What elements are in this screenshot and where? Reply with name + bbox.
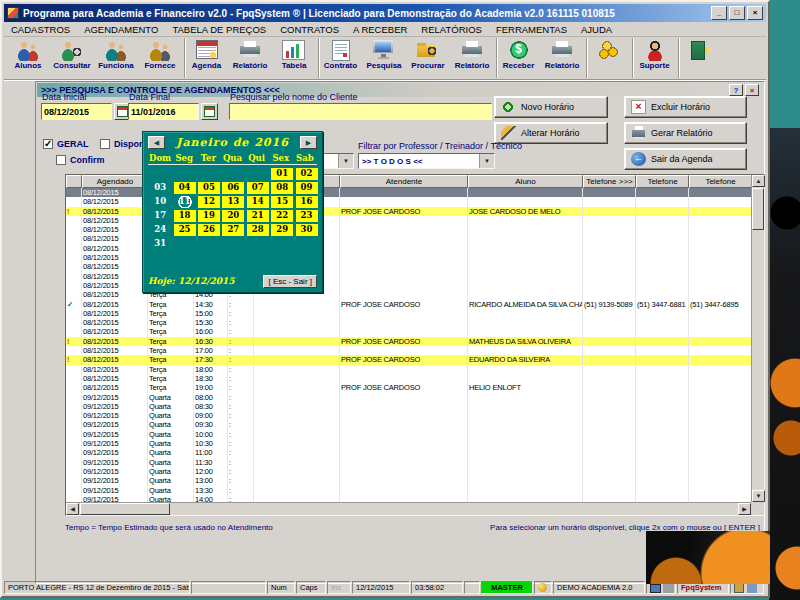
calendar-day[interactable]: 26 (198, 224, 220, 236)
menu-relatorios[interactable]: RELATÓRIOS (414, 24, 489, 35)
calendar-day[interactable]: 12 (198, 196, 220, 208)
column-header[interactable]: Telefone (689, 175, 751, 188)
calendar-day[interactable]: 20 (222, 210, 244, 222)
calendar-esc-button[interactable]: [ Esc - Sair ] (263, 275, 317, 288)
calendar-day[interactable] (296, 238, 318, 250)
toolbar-relatorio-contratos[interactable]: Relatório (450, 38, 494, 78)
calendar-day[interactable] (222, 238, 244, 250)
maximize-button[interactable]: □ (729, 6, 745, 20)
table-row[interactable]: 09/12/2015 Quarta 12:00 : (66, 467, 751, 476)
chevron-down-icon[interactable]: ▼ (338, 154, 353, 168)
calendar-prev-button[interactable]: ◀ (148, 136, 165, 149)
vertical-scrollbar[interactable]: ▲ ▼ (751, 175, 764, 502)
table-row[interactable]: ! 08/12/2015 Terça 17:30 : PROF JOSE CAR… (66, 355, 751, 364)
scrollbar-thumb[interactable] (752, 188, 764, 230)
chevron-down-icon[interactable]: ▼ (479, 154, 494, 168)
calendar-day[interactable]: 06 (222, 182, 244, 194)
calendar-day[interactable] (149, 168, 171, 180)
calendar-day[interactable]: 17 (149, 210, 171, 222)
column-header[interactable] (66, 175, 82, 188)
calendar-day[interactable] (271, 238, 293, 250)
calendar-day[interactable]: 08 (271, 182, 293, 194)
calendar-day[interactable] (222, 168, 244, 180)
table-row[interactable]: 09/12/2015 Quarta 13:30 : (66, 486, 751, 495)
table-row[interactable]: 09/12/2015 Quarta 09:00 : (66, 411, 751, 420)
calendar-day[interactable]: 28 (247, 224, 269, 236)
calendar-day[interactable] (174, 238, 196, 250)
calendar-day[interactable]: 11 (174, 196, 196, 208)
column-header[interactable]: Agendado (82, 175, 148, 188)
calendar-day[interactable] (198, 238, 220, 250)
calendar-day[interactable]: 05 (198, 182, 220, 194)
excluir-horario-button[interactable]: Excluir Horário (624, 96, 747, 118)
data-final-calendar-button[interactable] (201, 103, 218, 120)
toolbar-caixa[interactable] (586, 38, 630, 78)
novo-horario-button[interactable]: Novo Horário (494, 96, 608, 118)
toolbar-alunos[interactable]: Alunos (6, 38, 50, 78)
calendar-day[interactable]: 29 (271, 224, 293, 236)
menu-tabela-de-precos[interactable]: TABELA DE PREÇOS (165, 24, 273, 35)
calendar-day[interactable]: 24 (149, 224, 171, 236)
data-final-input[interactable] (128, 103, 199, 120)
close-button[interactable]: × (747, 6, 763, 20)
calendar-day[interactable]: 02 (296, 168, 318, 180)
calendar-day[interactable]: 25 (174, 224, 196, 236)
toolbar-fornecedores[interactable]: Fornece (138, 38, 182, 78)
table-row[interactable]: 09/12/2015 Quarta 10:00 : (66, 430, 751, 439)
calendar-day[interactable]: 27 (222, 224, 244, 236)
toolbar-consultar[interactable]: Consultar (50, 38, 94, 78)
column-header[interactable]: Atendente (340, 175, 468, 188)
calendar-next-button[interactable]: ▶ (300, 136, 317, 149)
column-header[interactable]: Aluno (468, 175, 583, 188)
table-row[interactable]: 09/12/2015 Quarta 11:00 : (66, 448, 751, 457)
table-row[interactable]: 09/12/2015 Quarta 11:30 : (66, 458, 751, 467)
panel-help-button[interactable]: ? (729, 84, 743, 96)
calendar-day[interactable]: 31 (149, 238, 171, 250)
minimize-button[interactable]: _ (711, 6, 727, 20)
client-search-input[interactable] (229, 103, 492, 120)
calendar-day[interactable]: 30 (296, 224, 318, 236)
horizontal-scrollbar[interactable]: ◀ ▶ (66, 502, 751, 515)
table-row[interactable]: 08/12/2015 Terça 18:00 : (66, 365, 751, 374)
gerar-relatorio-button[interactable]: Gerar Relatório (624, 122, 747, 144)
sair-da-agenda-button[interactable]: Sair da Agenda (624, 148, 747, 170)
table-row[interactable]: 08/12/2015 Terça 19:00 : PROF JOSE CARDO… (66, 383, 751, 392)
menu-contratos[interactable]: CONTRATOS (273, 24, 346, 35)
calendar-day[interactable]: 04 (174, 182, 196, 194)
toolbar-procurar[interactable]: Procurar (406, 38, 450, 78)
calendar-day[interactable] (247, 168, 269, 180)
calendar-day[interactable]: 18 (174, 210, 196, 222)
scrollbar-thumb[interactable] (80, 503, 170, 515)
toolbar-relatorio-agenda[interactable]: Relatório (228, 38, 272, 78)
confirmado-checkbox[interactable] (56, 155, 66, 165)
table-row[interactable]: 09/12/2015 Quarta 08:00 : (66, 393, 751, 402)
calendar-day[interactable]: 16 (296, 196, 318, 208)
disponivel-checkbox[interactable] (100, 139, 110, 149)
table-row[interactable]: 09/12/2015 Quarta 10:30 : (66, 439, 751, 448)
table-row[interactable]: 08/12/2015 Terça 17:00 : (66, 346, 751, 355)
toolbar-agenda[interactable]: Agenda (184, 38, 228, 78)
table-row[interactable]: 08/12/2015 Terça 15:00 : (66, 309, 751, 318)
menu-a-receber[interactable]: A RECEBER (346, 24, 414, 35)
professor-filter-dropdown[interactable]: >> T O D O S << ▼ (358, 153, 495, 169)
calendar-day[interactable]: 07 (247, 182, 269, 194)
calendar-day[interactable]: 21 (247, 210, 269, 222)
calendar-day[interactable]: 23 (296, 210, 318, 222)
toolbar-relatorio-receber[interactable]: Relatório (540, 38, 584, 78)
toolbar-receber[interactable]: Receber (496, 38, 540, 78)
calendar-day[interactable] (174, 168, 196, 180)
scroll-left-button[interactable]: ◀ (66, 503, 79, 515)
panel-close-button[interactable]: × (745, 84, 759, 96)
calendar-day[interactable]: 01 (271, 168, 293, 180)
table-row[interactable]: 09/12/2015 Quarta 14:00 : (66, 495, 751, 502)
menu-cadastros[interactable]: CADASTROS (4, 24, 77, 35)
geral-checkbox[interactable] (43, 139, 53, 149)
table-row[interactable]: ! 08/12/2015 Terça 16:30 : PROF JOSE CAR… (66, 337, 751, 346)
menu-agendamento[interactable]: AGENDAMENTO (77, 24, 165, 35)
table-row[interactable]: 08/12/2015 Terça 16:00 : (66, 327, 751, 336)
data-inicial-input[interactable] (41, 103, 112, 120)
toolbar-tabela[interactable]: Tabela (272, 38, 316, 78)
menu-ajuda[interactable]: AJUDA (574, 24, 619, 35)
table-row[interactable]: 09/12/2015 Quarta 13:00 : (66, 476, 751, 485)
table-row[interactable]: ✓ 08/12/2015 Terça 14:30 : PROF JOSE CAR… (66, 300, 751, 309)
